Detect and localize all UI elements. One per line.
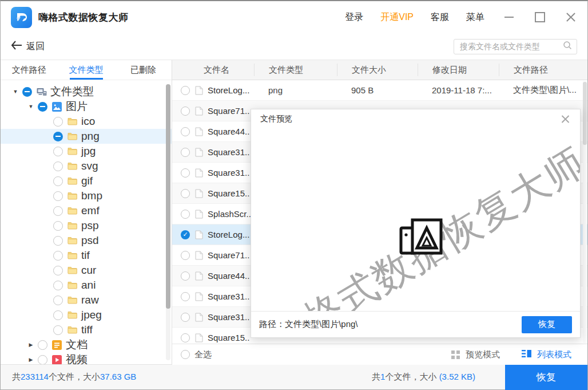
folder-icon xyxy=(67,235,78,246)
recover-button[interactable]: 恢复 xyxy=(505,365,587,390)
table-scrollbar-thumb[interactable] xyxy=(583,82,587,145)
tree-item-jpg[interactable]: jpg xyxy=(1,144,172,159)
computer-icon xyxy=(36,86,47,97)
vip-button[interactable]: 开通VIP xyxy=(380,11,414,23)
dialog-recover-button[interactable]: 恢复 xyxy=(522,316,572,333)
tree-scrollbar-thumb[interactable] xyxy=(166,84,170,309)
column-header-type[interactable]: 文件类型 xyxy=(254,64,337,76)
file-icon xyxy=(195,148,203,157)
tree-item-文档[interactable]: ▶文档 xyxy=(1,337,172,352)
select-all-control[interactable]: 全选 xyxy=(181,349,212,360)
support-button[interactable]: 客服 xyxy=(431,11,449,23)
radio-unchecked-icon[interactable] xyxy=(181,210,190,219)
tab-file-path[interactable]: 文件路径 xyxy=(1,60,58,80)
tree-item-png[interactable]: png xyxy=(1,129,172,144)
close-icon[interactable] xyxy=(565,11,577,23)
tree-item-视频[interactable]: ▶视频 xyxy=(1,352,172,364)
table-scrollbar[interactable] xyxy=(583,81,587,343)
login-button[interactable]: 登录 xyxy=(345,11,363,23)
radio-unchecked-icon[interactable] xyxy=(53,310,63,320)
tree-item-psp[interactable]: psp xyxy=(1,218,172,233)
folder-icon xyxy=(67,220,78,231)
list-mode-button[interactable]: 列表模式 xyxy=(522,349,571,360)
tab-file-type[interactable]: 文件类型 xyxy=(58,60,115,80)
tree-item-psd[interactable]: psd xyxy=(1,233,172,248)
tree-scrollbar[interactable] xyxy=(166,84,170,360)
tree-item-文件类型[interactable]: ▼文件类型 xyxy=(1,84,172,99)
radio-unchecked-icon[interactable] xyxy=(181,168,190,178)
radio-unchecked-icon[interactable] xyxy=(53,191,63,201)
tree-item-tif[interactable]: tif xyxy=(1,248,172,263)
radio-unchecked-icon[interactable] xyxy=(53,236,63,246)
tree-item-图片[interactable]: ▼图片 xyxy=(1,99,172,114)
radio-unchecked-icon[interactable] xyxy=(53,206,63,216)
tree-item-bmp[interactable]: bmp xyxy=(1,188,172,203)
radio-unchecked-icon[interactable] xyxy=(181,251,190,260)
expand-arrow-icon[interactable]: ▼ xyxy=(9,89,22,94)
tree-item-label: raw xyxy=(81,294,99,306)
tree-item-ico[interactable]: ico xyxy=(1,114,172,129)
column-header-path[interactable]: 文件路径 xyxy=(499,64,587,76)
radio-unchecked-icon[interactable] xyxy=(53,147,63,156)
search-box[interactable] xyxy=(454,39,577,54)
file-name-cell: SplashScr.. xyxy=(172,209,254,219)
tree-item-ani[interactable]: ani xyxy=(1,278,172,293)
tree-item-label: bmp xyxy=(81,190,102,202)
collapse-arrow-icon[interactable]: ▶ xyxy=(24,357,38,363)
back-button[interactable]: 返回 xyxy=(11,41,45,53)
table-row[interactable]: StoreLog...png905 B2019-11-18 7:...文件类型\… xyxy=(172,80,587,101)
column-header-name[interactable]: 文件名 xyxy=(172,64,254,76)
radio-unchecked-icon[interactable] xyxy=(53,176,63,186)
tree-item-raw[interactable]: raw xyxy=(1,293,172,308)
tree-item-jpeg[interactable]: jpeg xyxy=(1,308,172,322)
tree-item-emf[interactable]: emf xyxy=(1,203,172,218)
minimize-icon[interactable] xyxy=(503,11,515,23)
radio-unchecked-icon[interactable] xyxy=(181,313,190,322)
checkbox-indeterminate-icon[interactable] xyxy=(53,132,63,141)
column-header-date[interactable]: 修改日期 xyxy=(418,64,499,76)
checkbox-indeterminate-icon[interactable] xyxy=(38,102,47,112)
radio-unchecked-icon[interactable] xyxy=(181,271,190,281)
search-input[interactable] xyxy=(460,42,563,51)
radio-unchecked-icon[interactable] xyxy=(53,221,63,231)
file-icon xyxy=(195,86,203,95)
tree-item-label: psp xyxy=(81,219,99,232)
radio-unchecked-icon[interactable] xyxy=(181,292,190,301)
radio-unchecked-icon[interactable] xyxy=(53,251,63,261)
column-header-size[interactable]: 文件大小 xyxy=(337,64,418,76)
radio-unchecked-icon[interactable] xyxy=(53,325,63,335)
expand-arrow-icon[interactable]: ▼ xyxy=(24,104,38,109)
preview-mode-button[interactable]: 预览模式 xyxy=(451,349,500,360)
collapse-arrow-icon[interactable]: ▶ xyxy=(24,342,38,348)
radio-unchecked-icon[interactable] xyxy=(181,107,190,116)
checkbox-indeterminate-icon[interactable] xyxy=(22,87,32,97)
radio-unchecked-icon[interactable] xyxy=(53,296,63,305)
tree-item-svg[interactable]: svg xyxy=(1,159,172,174)
dialog-close-icon[interactable] xyxy=(561,114,571,124)
menu-button[interactable]: 菜单 xyxy=(466,11,484,23)
tree-item-gif[interactable]: gif xyxy=(1,174,172,188)
tree-item-tiff[interactable]: tiff xyxy=(1,322,172,337)
search-icon[interactable] xyxy=(563,41,572,52)
select-all-radio[interactable] xyxy=(181,350,190,359)
tree-item-label: 文件类型 xyxy=(50,84,94,99)
radio-unchecked-icon[interactable] xyxy=(53,266,63,275)
checkbox-checked-icon[interactable]: ✓ xyxy=(181,230,190,239)
tree-item-cur[interactable]: cur xyxy=(1,263,172,278)
radio-unchecked-icon[interactable] xyxy=(181,333,190,342)
radio-unchecked-icon[interactable] xyxy=(38,355,47,365)
tree-item-label: svg xyxy=(81,160,98,172)
title-bar: 嗨格式数据恢复大师 登录 开通VIP 客服 菜单 xyxy=(1,1,587,33)
radio-unchecked-icon[interactable] xyxy=(38,340,47,350)
file-name-text: Square31.. xyxy=(208,168,249,178)
radio-unchecked-icon[interactable] xyxy=(181,189,190,198)
radio-unchecked-icon[interactable] xyxy=(53,161,63,171)
tab-deleted[interactable]: 已删除 xyxy=(114,60,172,80)
radio-unchecked-icon[interactable] xyxy=(181,86,190,95)
radio-unchecked-icon[interactable] xyxy=(181,148,190,157)
tree-item-label: psd xyxy=(81,234,99,247)
radio-unchecked-icon[interactable] xyxy=(181,127,190,136)
maximize-icon[interactable] xyxy=(534,11,546,23)
radio-unchecked-icon[interactable] xyxy=(53,281,63,290)
radio-unchecked-icon[interactable] xyxy=(53,117,63,127)
